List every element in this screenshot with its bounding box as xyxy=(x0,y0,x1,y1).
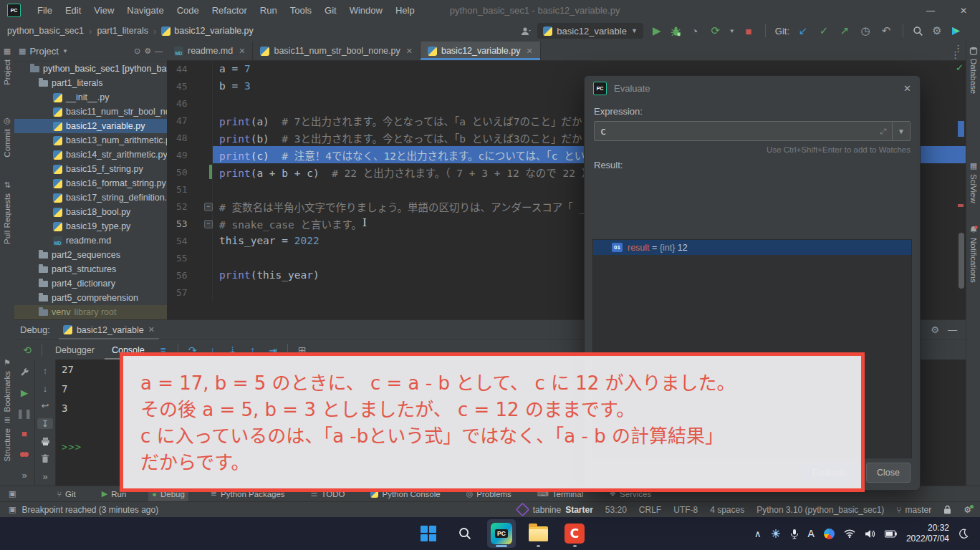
stop-icon[interactable]: ■ xyxy=(16,427,32,441)
coverage-button[interactable]: ⟳ xyxy=(708,24,723,37)
settings-gear-icon[interactable]: ⚙ xyxy=(144,47,151,56)
taskbar-clock[interactable]: 20:32 2022/07/04 xyxy=(906,523,949,544)
print-icon[interactable] xyxy=(37,435,53,447)
up-stack-icon[interactable]: ↑ xyxy=(37,365,53,377)
view-breakpoints-icon[interactable] xyxy=(16,448,32,462)
tree-file[interactable]: basic13_num_arithmetic.py xyxy=(14,133,167,148)
file-encoding[interactable]: UTF-8 xyxy=(673,505,698,515)
tree-file[interactable]: basic18_bool.py xyxy=(14,205,167,219)
tree-file[interactable]: basic15_f_string.py xyxy=(14,162,167,176)
menu-run[interactable]: Run xyxy=(254,0,284,21)
git-update-icon[interactable]: ↙ xyxy=(796,24,810,37)
tree-root[interactable]: python_basic_sec1 [python_basic]D:¥ xyxy=(14,62,167,76)
settings-gear-icon[interactable]: ⚙ xyxy=(930,24,944,37)
line-separator[interactable]: CRLF xyxy=(639,505,661,515)
stop-button[interactable]: ■ xyxy=(741,25,756,37)
inspection-menu-icon[interactable]: ⋮ xyxy=(953,43,963,54)
taskbar-clipstudio-button[interactable]: C xyxy=(560,519,589,548)
run-configuration-select[interactable]: basic12_variable ▼ xyxy=(537,23,643,39)
rollback-icon[interactable]: ↶ xyxy=(879,24,893,37)
tool-window-notifications[interactable]: Notifications xyxy=(966,226,980,283)
status-message[interactable]: Breakpoint reached (3 minutes ago) xyxy=(21,505,158,515)
tab-basic12-active[interactable]: basic12_variable.py✕ xyxy=(421,42,541,60)
wrench-icon[interactable] xyxy=(16,365,32,380)
tree-file[interactable]: basic11_num_str_bool_none.py xyxy=(14,105,167,119)
user-icon[interactable] xyxy=(520,26,531,37)
evaluate-dialog-titlebar[interactable]: PC Evaluate ✕ xyxy=(585,76,920,100)
ime-mode-indicator[interactable]: A xyxy=(808,528,815,539)
microphone-icon[interactable] xyxy=(790,529,799,539)
tab-basic11[interactable]: basic11_num_str_bool_none.py✕ xyxy=(253,42,421,60)
debug-button[interactable] xyxy=(671,26,681,37)
chevron-down-icon[interactable]: ▼ xyxy=(62,48,68,54)
close-tab-icon[interactable]: ✕ xyxy=(406,47,413,56)
close-button[interactable]: ✕ xyxy=(947,0,980,21)
taskbar-pycharm-button[interactable]: PC xyxy=(487,519,516,548)
close-tab-icon[interactable]: ✕ xyxy=(239,47,245,56)
tool-window-bookmarks[interactable]: ⚑Bookmarks xyxy=(0,358,14,412)
tree-folder-venv[interactable]: venvlibrary root xyxy=(14,305,167,319)
menu-refactor[interactable]: Refactor xyxy=(206,0,254,21)
breadcrumb-project[interactable]: python_basic_sec1 xyxy=(7,26,84,36)
settings-gear-icon[interactable]: ⚙ xyxy=(931,324,939,335)
menu-tools[interactable]: Tools xyxy=(284,0,318,21)
tool-window-project[interactable]: ▦Project xyxy=(0,47,14,85)
menu-git[interactable]: Git xyxy=(318,0,343,21)
tree-folder[interactable]: part2_sequences xyxy=(14,248,167,262)
profiler-button[interactable]: ◔ xyxy=(688,25,702,37)
menu-file[interactable]: File xyxy=(31,0,59,21)
hide-panel-icon[interactable]: — xyxy=(948,324,957,335)
tool-window-pull-requests[interactable]: ⇅Pull Requests xyxy=(0,180,14,244)
fold-marker-icon[interactable]: − xyxy=(204,203,213,211)
tree-folder[interactable]: part5_comprehension xyxy=(14,291,167,305)
tree-file[interactable]: basic14_str_arithmetic.py xyxy=(14,148,167,162)
history-icon[interactable]: ◷ xyxy=(858,24,873,37)
debug-session-tab[interactable]: basic12_variable ✕ xyxy=(59,321,159,339)
tool-window-structure[interactable]: ≣Structure xyxy=(0,415,14,462)
more-icon[interactable]: » xyxy=(37,471,53,482)
tree-file[interactable]: MDreadme.md xyxy=(14,233,167,248)
search-icon[interactable] xyxy=(913,26,923,37)
wifi-icon[interactable] xyxy=(844,529,855,538)
lock-icon[interactable] xyxy=(943,505,951,514)
hide-panel-icon[interactable]: — xyxy=(155,47,163,55)
more-icon[interactable]: » xyxy=(16,468,32,482)
expand-icon[interactable]: ⤢ xyxy=(874,127,892,136)
resume-icon[interactable]: ▶ xyxy=(16,386,32,400)
tree-folder[interactable]: part4_dictionary xyxy=(14,276,167,291)
fold-marker-icon[interactable]: − xyxy=(204,220,213,228)
close-dialog-icon[interactable]: ✕ xyxy=(903,83,911,94)
git-push-icon[interactable]: ↗ xyxy=(837,24,852,37)
toolwindow-git[interactable]: ⑂Git xyxy=(53,486,79,502)
tray-ball-icon[interactable] xyxy=(824,529,835,539)
indent-style[interactable]: 4 spaces xyxy=(710,505,744,515)
git-branch-widget[interactable]: ⑂master xyxy=(896,505,931,515)
inspections-ok-icon[interactable]: ✓ xyxy=(956,62,964,73)
menu-code[interactable]: Code xyxy=(170,0,206,21)
tree-file-selected[interactable]: basic12_variable.py xyxy=(14,119,167,133)
tree-file[interactable]: basic16_format_string.py xyxy=(14,176,167,190)
tool-window-database[interactable]: Database xyxy=(966,47,980,94)
project-panel-title[interactable]: Project xyxy=(29,46,58,57)
toolwindow-switcher-icon[interactable]: ▣ xyxy=(9,489,16,498)
taskbar-explorer-button[interactable] xyxy=(524,519,552,548)
tree-file[interactable]: __init__.py xyxy=(14,90,167,105)
chevron-down-icon[interactable]: ▼ xyxy=(729,28,735,34)
night-mode-moon-icon[interactable] xyxy=(959,529,969,539)
tray-chevron-up-icon[interactable]: ∧ xyxy=(754,529,762,539)
run-button[interactable]: ▶ xyxy=(650,24,664,37)
minimize-button[interactable]: — xyxy=(914,0,947,21)
start-button[interactable] xyxy=(414,519,443,548)
tree-file[interactable]: basic19_type.py xyxy=(14,219,167,233)
tray-snowflake-icon[interactable] xyxy=(771,529,781,539)
taskbar-search-button[interactable] xyxy=(451,519,479,548)
tool-window-sciview[interactable]: ▦SciView xyxy=(966,161,980,203)
down-stack-icon[interactable]: ↓ xyxy=(37,383,53,395)
volume-icon[interactable] xyxy=(865,529,875,539)
git-commit-icon[interactable]: ✓ xyxy=(817,24,831,37)
result-row-selected[interactable]: 01 result = {int} 12 xyxy=(593,240,911,255)
clear-trash-icon[interactable] xyxy=(37,453,53,465)
close-tab-icon[interactable]: ✕ xyxy=(148,325,155,334)
tool-window-commit[interactable]: ◎Commit xyxy=(0,116,14,158)
tabnine-widget[interactable]: tabnineStarter xyxy=(517,503,593,516)
